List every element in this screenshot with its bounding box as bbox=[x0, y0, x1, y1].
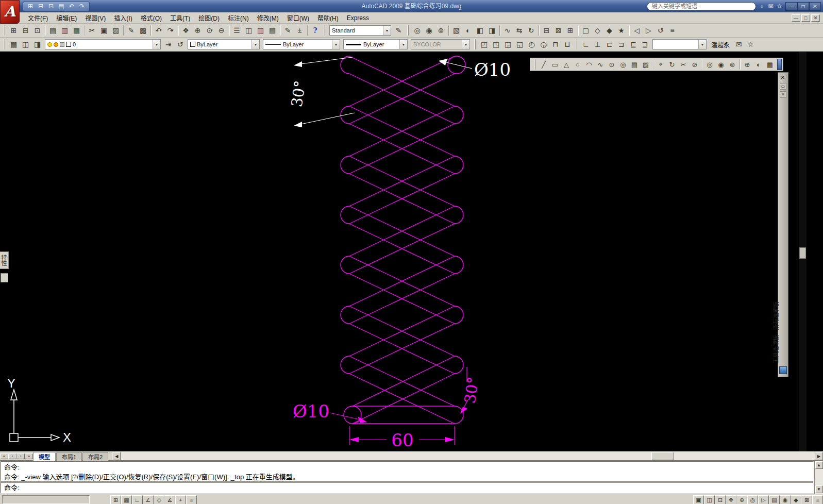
showmotion-icon[interactable]: ▷ bbox=[758, 495, 769, 504]
chevron-down-icon[interactable]: ▼ bbox=[383, 26, 391, 35]
orbit-icon[interactable]: ↻ bbox=[525, 25, 537, 37]
chevron-down-icon[interactable]: ▼ bbox=[153, 40, 160, 49]
view-back-icon[interactable]: ◁ bbox=[631, 25, 643, 37]
layer-previous-icon[interactable]: ↺ bbox=[174, 39, 186, 51]
open-icon[interactable]: ⊟ bbox=[36, 2, 45, 10]
quickview-layouts-icon[interactable]: ◫ bbox=[704, 495, 715, 504]
comm-center-icon[interactable]: ✉ bbox=[766, 3, 775, 10]
menu-browser-button[interactable]: A bbox=[0, 0, 20, 24]
command-area[interactable]: 命令:命令: _-view 输入选项 [?/删除(D)/正交(O)/恢复(R)/… bbox=[1, 461, 814, 493]
menu-help[interactable]: 帮助(H) bbox=[313, 12, 343, 23]
donut-icon[interactable]: ◎ bbox=[617, 59, 629, 70]
palette-icon[interactable] bbox=[779, 366, 787, 374]
command-history[interactable]: 命令:命令: _-view 输入选项 [?/删除(D)/正交(O)/恢复(R)/… bbox=[1, 462, 813, 481]
layer-properties-icon[interactable]: ▤ bbox=[8, 39, 20, 51]
redo-icon[interactable]: ↷ bbox=[77, 2, 87, 10]
menu-window[interactable]: 窗口(W) bbox=[283, 12, 313, 23]
zoom-realtime-icon[interactable]: ⊕ bbox=[192, 25, 204, 37]
rectangle-icon[interactable]: ▭ bbox=[549, 59, 561, 70]
properties-palette-icon[interactable] bbox=[1, 273, 8, 282]
command-prompt[interactable]: 命令: bbox=[1, 483, 813, 493]
publish-icon[interactable]: ▦ bbox=[71, 25, 82, 37]
layer-combo[interactable]: 0 ▼ bbox=[45, 39, 161, 49]
horizontal-scrollbar[interactable]: ◀ ▶ bbox=[112, 452, 823, 460]
qnew-icon[interactable]: ⊞ bbox=[8, 25, 20, 37]
block-editor-icon[interactable]: ▩ bbox=[137, 25, 149, 37]
toolbar-grip[interactable] bbox=[4, 25, 5, 36]
menu-view[interactable]: 视图(V) bbox=[81, 12, 110, 23]
circle-icon[interactable]: ○ bbox=[572, 59, 583, 70]
render-icon[interactable]: ▧ bbox=[450, 25, 462, 37]
palette-properties-icon[interactable]: ≡ bbox=[780, 91, 786, 98]
info-icon[interactable]: ≡ bbox=[666, 25, 678, 37]
tab-next-button[interactable]: › bbox=[16, 453, 25, 459]
mdi-restore-button[interactable]: □ bbox=[801, 14, 810, 22]
paste-icon[interactable]: ▨ bbox=[110, 25, 122, 37]
viewport-icon-3[interactable]: ⊑ bbox=[627, 39, 639, 51]
table-icon[interactable]: ▦ bbox=[764, 59, 776, 70]
canvas-vscrollbar-thumb[interactable] bbox=[799, 247, 806, 259]
sheet-icon[interactable]: ⊟ bbox=[541, 25, 552, 37]
maximize-button[interactable]: □ bbox=[797, 2, 809, 11]
view-forward-icon[interactable]: ▷ bbox=[643, 25, 654, 37]
menu-modify[interactable]: 修改(M) bbox=[253, 12, 283, 23]
annotation-scale-icon[interactable]: ▤ bbox=[769, 495, 780, 504]
save-icon[interactable]: ⊡ bbox=[31, 25, 43, 37]
annotation-visibility-icon[interactable]: ◉ bbox=[780, 495, 791, 504]
lock-location-icon[interactable]: ◆ bbox=[603, 25, 615, 37]
favorites-icon[interactable]: ☆ bbox=[775, 3, 784, 10]
ring-tool-icon-3[interactable]: ⊚ bbox=[727, 59, 738, 70]
spline-icon[interactable]: ∿ bbox=[595, 59, 606, 70]
trim-icon[interactable]: ✂ bbox=[678, 59, 689, 70]
help-icon[interactable]: ? bbox=[309, 25, 321, 37]
tab-first-button[interactable]: « bbox=[0, 453, 8, 459]
view-clock-icon-2[interactable]: ◶ bbox=[538, 39, 549, 51]
osnap-icon[interactable]: ◇ bbox=[154, 495, 164, 504]
menu-format[interactable]: 格式(O) bbox=[137, 12, 166, 23]
toolbar-grip[interactable] bbox=[474, 39, 476, 49]
minimize-button[interactable]: — bbox=[785, 2, 797, 11]
chevron-down-icon[interactable]: ▼ bbox=[399, 40, 407, 49]
mdi-close-button[interactable]: ✕ bbox=[811, 14, 820, 22]
tray-arrow-icon[interactable]: ≡ bbox=[812, 495, 823, 504]
express-tools-icon[interactable]: ★ bbox=[615, 25, 627, 37]
toolbar-grip[interactable] bbox=[576, 39, 577, 49]
zoom-window-icon[interactable]: ⊙▾ bbox=[204, 25, 215, 37]
plot-icon[interactable]: ▤ bbox=[47, 25, 59, 37]
menu-tools[interactable]: 工具(T) bbox=[166, 12, 194, 23]
zoom-previous-icon[interactable]: ⊖ bbox=[215, 25, 227, 37]
walk-icon[interactable]: ⇆ bbox=[513, 25, 525, 37]
layer-color-swatch[interactable] bbox=[66, 42, 71, 47]
mdi-minimize-button[interactable]: — bbox=[792, 14, 800, 22]
dropdown-arrow-icon[interactable]: ▾ bbox=[211, 28, 213, 32]
match-properties-icon[interactable]: ✎ bbox=[125, 25, 137, 37]
plot-preview-icon[interactable]: ▥ bbox=[59, 25, 71, 37]
ucs-icon[interactable]: ∟ bbox=[580, 39, 592, 51]
ucs-world-icon[interactable]: ⊥ bbox=[592, 39, 603, 51]
ring-tool-icon-2[interactable]: ◉ bbox=[715, 59, 727, 70]
scroll-left-icon[interactable]: ◀ bbox=[112, 452, 121, 460]
ortho-icon[interactable]: ∟ bbox=[132, 495, 143, 504]
tab-prev-button[interactable]: ‹ bbox=[8, 453, 16, 459]
toolbar-title-nub[interactable] bbox=[777, 59, 782, 70]
lineweight-toggle-icon[interactable]: ≡ bbox=[186, 495, 197, 504]
materials-icon[interactable]: ◧ bbox=[474, 25, 486, 37]
layer-thaw-icon[interactable] bbox=[54, 42, 58, 47]
properties-palette-tab[interactable]: 特性 bbox=[0, 251, 9, 269]
style-combo[interactable]: Standard ▼ bbox=[329, 25, 391, 36]
view-box-icon-2[interactable]: ◳ bbox=[490, 39, 502, 51]
menu-draw[interactable]: 绘图(D) bbox=[194, 12, 224, 23]
snap-icon[interactable]: ⊞ bbox=[110, 495, 121, 504]
move-icon[interactable]: ⌖ bbox=[655, 59, 666, 70]
chevron-down-icon[interactable]: ▼ bbox=[332, 40, 340, 49]
dyn-input-icon[interactable]: + bbox=[175, 495, 186, 504]
polygon-icon[interactable]: △ bbox=[561, 59, 572, 70]
rotate-icon[interactable]: ↻ bbox=[666, 59, 678, 70]
help-search-input[interactable] bbox=[647, 2, 756, 11]
extrude-icon[interactable]: ⊓ bbox=[549, 39, 561, 51]
menu-dimension[interactable]: 标注(N) bbox=[224, 12, 253, 23]
save-icon[interactable]: ⊡ bbox=[46, 2, 56, 10]
toolbar-grip[interactable] bbox=[4, 39, 5, 49]
tool-palettes-icon[interactable]: ▥ bbox=[255, 25, 266, 37]
union-icon[interactable]: ⊔ bbox=[561, 39, 573, 51]
